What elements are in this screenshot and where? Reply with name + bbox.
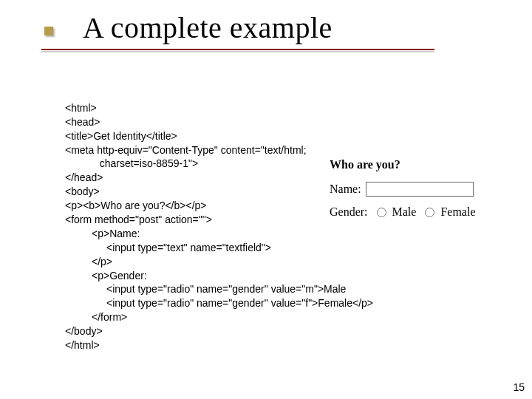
- female-label: Female: [440, 205, 475, 219]
- title-bullet: [44, 27, 53, 35]
- code-line: <input type="radio" name="gender" value=…: [65, 296, 373, 310]
- code-line: </head>: [65, 171, 103, 183]
- slide-title-wrap: A complete example: [83, 10, 332, 45]
- code-line: </form>: [65, 310, 127, 324]
- preview-gender-row: Gender: Male Female: [330, 205, 516, 219]
- code-line: <p>Name:: [65, 227, 140, 241]
- code-listing: <html> <head> <title>Get Identity</title…: [65, 87, 373, 352]
- male-label: Male: [392, 205, 417, 219]
- code-line: <input type="radio" name="gender" value=…: [65, 282, 346, 296]
- code-line: <p>Gender:: [65, 269, 147, 283]
- gender-label: Gender:: [330, 205, 368, 219]
- name-label: Name:: [330, 183, 361, 196]
- code-line: <p><b>Who are you?</b></p>: [65, 200, 207, 211]
- gender-male-radio[interactable]: [377, 208, 386, 217]
- preview-name-row: Name:: [330, 182, 516, 197]
- preview-heading: Who are you?: [330, 158, 516, 171]
- title-rule: [41, 49, 434, 50]
- code-line: </p>: [65, 255, 112, 269]
- rendered-preview: Who are you? Name: Gender: Male Female: [330, 158, 516, 228]
- code-line: <head>: [65, 116, 100, 128]
- gender-female-radio[interactable]: [425, 208, 434, 217]
- code-line: <title>Get Identity</title>: [65, 130, 177, 142]
- code-line: <html>: [65, 102, 97, 114]
- code-line: <input type="text" name="textfield">: [65, 241, 271, 255]
- page-number: 15: [513, 381, 525, 393]
- slide-title: A complete example: [83, 11, 332, 44]
- code-line: <body>: [65, 185, 100, 197]
- code-line: </html>: [65, 339, 100, 351]
- code-line: <meta http-equiv="Content-Type" content=…: [65, 144, 307, 156]
- name-input[interactable]: [366, 182, 474, 197]
- code-line: <form method="post" action="">: [65, 214, 212, 225]
- code-line: charset=iso-8859-1">: [65, 157, 198, 169]
- code-line: </body>: [65, 325, 103, 337]
